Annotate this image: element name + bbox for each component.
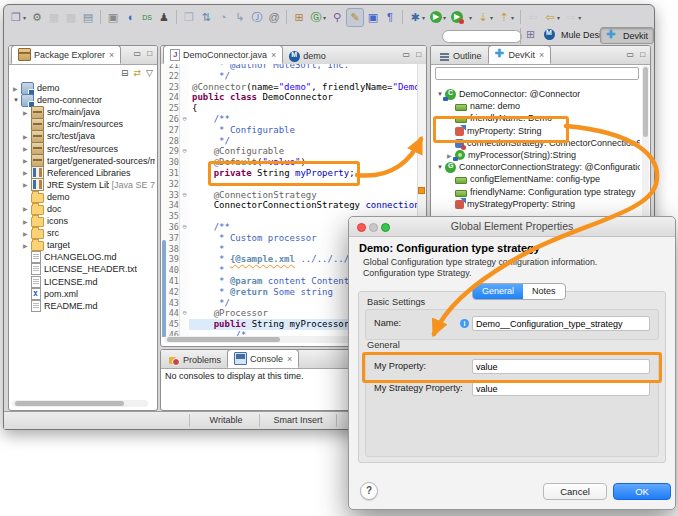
my-strategy-property-field[interactable] <box>472 381 650 396</box>
devkit-item[interactable]: connectionStrategy: ConnectorConnectionS… <box>433 137 640 149</box>
search-input[interactable] <box>442 30 522 43</box>
close-tab-icon[interactable]: × <box>539 50 544 60</box>
search-button[interactable]: ⚲ <box>329 9 345 26</box>
package-explorer-item[interactable]: ▶src/test/resources <box>9 142 155 154</box>
show-whitespace-button[interactable]: ¶ <box>382 9 398 26</box>
package-explorer-item[interactable]: LICENSE.md <box>9 276 155 288</box>
devkit-item[interactable]: ▼ConnectorConnectionStrategy: @Configura… <box>433 161 640 173</box>
devkit-item[interactable]: friendlyName: Configuration type strateg… <box>433 186 640 198</box>
link-with-editor-icon[interactable]: ⇄ <box>134 68 142 78</box>
scrollbar-thumb[interactable] <box>167 337 280 342</box>
view-menu-icon[interactable]: ▽ <box>146 68 153 78</box>
ok-button[interactable]: OK <box>613 483 671 500</box>
close-tab-icon[interactable]: × <box>287 354 292 364</box>
expand-arrow-icon[interactable]: ▼ <box>437 164 445 170</box>
fold-collapse-icon[interactable]: ⊖ <box>179 190 189 201</box>
devkit-item[interactable]: myStrategyProperty: String <box>433 198 640 210</box>
panel-window-buttons[interactable]: ▭ □ <box>626 50 647 59</box>
save-all-button[interactable]: ▩ <box>63 9 79 26</box>
devkit-item[interactable]: ▼DemoConnector: @Connector <box>433 88 640 100</box>
back-history-button[interactable]: ⇦ <box>525 9 541 26</box>
tab-devkit[interactable]: DevKit× <box>488 45 552 64</box>
panel-window-buttons[interactable]: ▭ □ <box>402 50 423 59</box>
package-explorer-item[interactable]: pom.xml <box>9 288 155 300</box>
fold-collapse-icon[interactable]: ⊖ <box>179 146 189 157</box>
collapse-arrow-icon[interactable]: ▶ <box>23 169 31 176</box>
annotation-button[interactable]: @ <box>266 9 282 26</box>
devkit-item[interactable]: friendlyName: Demo <box>433 112 640 124</box>
package-explorer-item[interactable]: ▶src <box>9 227 155 239</box>
package-explorer-item[interactable]: ▶icons <box>9 215 155 227</box>
package-explorer-item[interactable]: ▶doc <box>9 203 155 215</box>
forward-button[interactable]: ⇨▾ <box>563 9 583 26</box>
run-button[interactable]: ▶▾ <box>428 9 448 26</box>
tab-democonnector-java[interactable]: DemoConnector.java× <box>163 45 283 64</box>
devkit-item[interactable]: ▶myProcessor(String):String <box>433 149 640 161</box>
fold-collapse-icon[interactable]: ⊖ <box>179 114 189 125</box>
perspective-devkit-button[interactable]: Devkit <box>600 27 654 44</box>
panel-window-buttons[interactable]: ▭ □ <box>133 49 154 58</box>
fetch-remote-button[interactable]: ⇅ <box>198 9 214 26</box>
new-package-button[interactable]: ⊞ <box>291 9 307 26</box>
scrollbar-thumb[interactable] <box>643 67 648 137</box>
package-explorer-item[interactable]: CHANGELOG.md <box>9 251 155 263</box>
dialog-tab-notes[interactable]: Notes <box>523 284 565 299</box>
fold-collapse-icon[interactable]: ⊖ <box>179 308 189 319</box>
generate-button[interactable]: Ⓖ▾ <box>308 9 328 26</box>
package-explorer-item[interactable]: ▶target <box>9 239 155 251</box>
datasense-button[interactable]: DS <box>139 9 155 26</box>
package-explorer-item[interactable]: README.md <box>9 300 155 312</box>
dialog-tab-general[interactable]: General <box>473 284 523 299</box>
collapse-arrow-icon[interactable]: ▶ <box>23 157 31 164</box>
tab-console[interactable]: Console× <box>227 349 299 368</box>
collapse-arrow-icon[interactable]: ▶ <box>23 133 31 140</box>
open-perspective-icon[interactable]: ⊞ <box>526 28 535 41</box>
external-tools-button[interactable]: ✱▾ <box>407 9 427 26</box>
package-explorer-item[interactable]: ▶Referenced Libraries <box>9 167 155 179</box>
dialog-title-bar[interactable]: Global Element Properties <box>349 217 675 237</box>
package-explorer-item[interactable]: ▶JRE System Library [Java SE 7 <box>9 179 155 191</box>
package-explorer-item[interactable]: ▶target/generated-sources/mule <box>9 155 155 167</box>
collapse-arrow-icon[interactable]: ▶ <box>23 145 31 152</box>
package-explorer-item[interactable]: ▶demo <box>9 82 155 94</box>
mark-occurrences-button[interactable]: ▣ <box>365 9 381 26</box>
devkit-item[interactable]: myProperty: String <box>433 125 640 137</box>
package-explorer-item[interactable]: LICENSE_HEADER.txt <box>9 263 155 275</box>
tab-outline[interactable]: Outline <box>433 48 488 64</box>
collapse-arrow-icon[interactable]: ▶ <box>23 230 31 237</box>
devkit-item[interactable]: name: demo <box>433 100 640 112</box>
collapse-arrow-icon[interactable]: ▶ <box>23 205 31 212</box>
cancel-button[interactable]: Cancel <box>543 483 607 500</box>
close-tab-icon[interactable]: × <box>109 50 114 60</box>
print-button[interactable]: ▤ <box>80 9 96 26</box>
devkit-filter-input[interactable] <box>435 67 639 80</box>
copy-button[interactable]: ❒ <box>181 9 197 26</box>
my-property-field[interactable] <box>472 359 650 374</box>
collapse-arrow-icon[interactable]: ▶ <box>23 242 31 249</box>
package-explorer-item[interactable]: src/main/resources <box>9 118 155 130</box>
scrollbar-thumb[interactable] <box>15 401 124 406</box>
collapse-all-icon[interactable]: ⊟ <box>121 68 129 78</box>
help-button[interactable]: ? <box>360 482 378 500</box>
horizontal-scrollbar[interactable] <box>12 400 148 407</box>
collapse-arrow-icon[interactable]: ▶ <box>13 85 21 92</box>
warning-marker-icon[interactable] <box>418 187 425 194</box>
new-wizard-button[interactable]: ❐▾ <box>8 9 28 26</box>
tab-problems[interactable]: Problems <box>163 352 227 368</box>
tab-package-explorer[interactable]: Package Explorer × <box>11 45 121 64</box>
fold-collapse-icon[interactable]: ⊖ <box>179 222 189 233</box>
collapse-arrow-icon[interactable]: ▶ <box>23 218 31 225</box>
step-button[interactable]: ↳ <box>232 9 248 26</box>
deploy-button[interactable]: ◔ <box>215 9 231 26</box>
pull-button[interactable]: ⇣▾ <box>475 9 495 26</box>
expand-arrow-icon[interactable]: ▼ <box>13 97 21 103</box>
close-tab-icon[interactable]: × <box>271 50 276 60</box>
debug-gear-button[interactable]: ⚙ <box>29 9 45 26</box>
back-button[interactable]: ⇦▾ <box>542 9 562 26</box>
devkit-item[interactable]: configElementName: config-type <box>433 173 640 185</box>
package-explorer-item[interactable]: ▼demo-connector <box>9 94 155 106</box>
screen-capture-button[interactable]: ▣ <box>105 9 121 26</box>
push-button[interactable]: ⇡▾ <box>496 9 516 26</box>
user-lock-button[interactable]: ♟ <box>156 9 172 26</box>
collapse-arrow-icon[interactable]: ▶ <box>23 181 31 188</box>
